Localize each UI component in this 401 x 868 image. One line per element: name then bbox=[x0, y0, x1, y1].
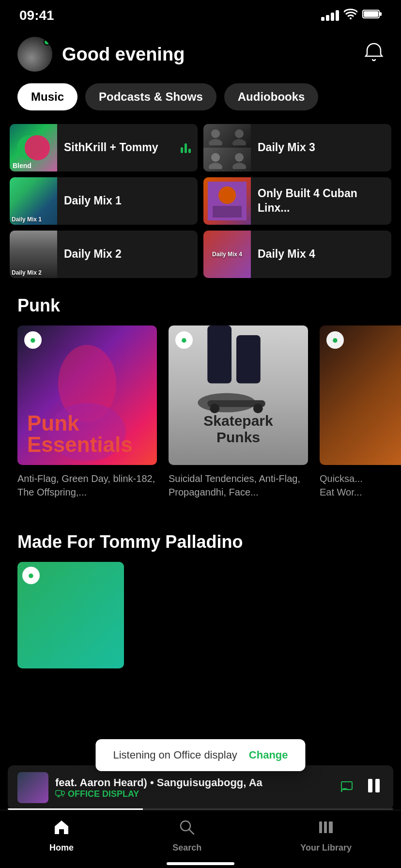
playlist-grid: Blend SithKrill + Tommy bbox=[10, 124, 391, 278]
svg-point-7 bbox=[211, 153, 220, 162]
nav-library-label: Your Library bbox=[300, 843, 352, 853]
now-playing-bar[interactable]: feat. Aaron Heard) • Sanguisugabogg, Aa … bbox=[8, 765, 393, 810]
thumb-dm2: Daily Mix 2 bbox=[10, 231, 57, 278]
signal-icon bbox=[321, 10, 339, 21]
tab-podcasts[interactable]: Podcasts & Shows bbox=[85, 83, 216, 110]
nav-search-label: Search bbox=[172, 843, 201, 853]
status-bar: 09:41 bbox=[0, 0, 401, 27]
tile-dm2[interactable]: Daily Mix 2 Daily Mix 2 bbox=[10, 231, 198, 278]
svg-point-5 bbox=[235, 129, 244, 138]
svg-point-9 bbox=[235, 153, 244, 162]
skatepark-title: SkateparkPunks bbox=[203, 413, 273, 446]
change-button[interactable]: Change bbox=[249, 749, 288, 761]
tile-dm2-name: Daily Mix 2 bbox=[57, 247, 198, 262]
thumb-dm3 bbox=[203, 124, 251, 171]
filter-tabs: Music Podcasts & Shows Audiobooks bbox=[0, 79, 401, 120]
pause-button[interactable] bbox=[364, 776, 384, 799]
svg-point-28 bbox=[341, 790, 342, 792]
made-for-title: Made For Tommy Palladino bbox=[0, 520, 401, 562]
header: Good evening bbox=[0, 27, 401, 79]
svg-rect-29 bbox=[368, 779, 372, 792]
tile-blend-name: SithKrill + Tommy bbox=[57, 140, 198, 155]
tile-dm1-name: Daily Mix 1 bbox=[57, 194, 198, 208]
made-for-thumb-1: ● bbox=[17, 562, 124, 668]
svg-rect-30 bbox=[375, 779, 380, 792]
card-third-punk[interactable]: ● Quicksa...Eat Wor... bbox=[320, 326, 401, 499]
svg-rect-33 bbox=[319, 822, 322, 833]
search-icon bbox=[178, 819, 196, 840]
blend-label: Blend bbox=[13, 162, 31, 170]
quick-access-grid: Blend SithKrill + Tommy bbox=[0, 120, 401, 284]
np-track-info: feat. Aaron Heard) • Sanguisugabogg, Aa … bbox=[55, 776, 334, 799]
spotify-logo-3: ● bbox=[326, 331, 344, 349]
thumb-blend: Blend bbox=[10, 124, 57, 171]
svg-point-4 bbox=[209, 139, 222, 145]
np-controls bbox=[341, 776, 384, 799]
toast-text: Listening on Office display bbox=[113, 749, 237, 761]
nav-search[interactable]: Search bbox=[172, 819, 201, 853]
listening-toast: Listening on Office display Change bbox=[95, 739, 305, 771]
tile-cuban[interactable]: Only Built 4 Cuban Linx... bbox=[203, 177, 391, 225]
made-for-section: Made For Tommy Palladino ● bbox=[0, 507, 401, 675]
home-indicator bbox=[167, 862, 234, 865]
thumb-cuban bbox=[203, 177, 251, 225]
svg-point-6 bbox=[232, 139, 246, 145]
nav-library[interactable]: Your Library bbox=[300, 819, 352, 853]
svg-point-21 bbox=[253, 403, 263, 413]
tab-music[interactable]: Music bbox=[17, 83, 77, 110]
svg-rect-35 bbox=[329, 822, 333, 833]
punk-section-title: Punk bbox=[0, 284, 401, 326]
greeting-text: Good evening bbox=[62, 44, 185, 65]
status-icons bbox=[321, 9, 382, 22]
tile-dm1[interactable]: Daily Mix 1 Daily Mix 1 bbox=[10, 177, 198, 225]
tile-dm3[interactable]: Daily Mix 3 bbox=[203, 124, 391, 171]
card-art-third: ● bbox=[320, 326, 401, 465]
tile-dm4-name: Daily Mix 4 bbox=[251, 247, 391, 262]
made-for-cards-row: ● bbox=[0, 562, 401, 675]
card-punk-essentials-desc: Anti-Flag, Green Day, blink-182, The Off… bbox=[17, 472, 157, 499]
library-icon bbox=[317, 819, 335, 840]
card-punk-essentials[interactable]: ● PunkEssentials Anti-Flag, Green Day, b… bbox=[17, 326, 157, 499]
tile-cuban-name: Only Built 4 Cuban Linx... bbox=[251, 186, 391, 216]
tile-dm3-name: Daily Mix 3 bbox=[251, 140, 391, 155]
avatar[interactable] bbox=[17, 37, 52, 72]
spotify-logo-mf1: ● bbox=[22, 567, 40, 584]
punk-section: Punk ● PunkEssentials bbox=[0, 284, 401, 507]
card-third-desc: Quicksa...Eat Wor... bbox=[320, 472, 401, 499]
cast-icon[interactable] bbox=[341, 779, 356, 796]
tile-dm4[interactable]: Daily Mix 4 Daily Mix 4 bbox=[203, 231, 391, 278]
notification-bell-icon[interactable] bbox=[364, 42, 384, 67]
card-art-skatepark: ● SkateparkPunks bbox=[169, 326, 308, 465]
tile-blend[interactable]: Blend SithKrill + Tommy bbox=[10, 124, 198, 171]
svg-point-8 bbox=[209, 163, 222, 169]
np-device-label: OFFICE DISPLAY bbox=[68, 789, 139, 799]
playing-indicator bbox=[181, 142, 191, 153]
tab-audiobooks[interactable]: Audiobooks bbox=[224, 83, 319, 110]
wifi-icon bbox=[344, 9, 357, 22]
punk-cards-row: ● PunkEssentials Anti-Flag, Green Day, b… bbox=[0, 326, 401, 507]
home-icon bbox=[53, 819, 70, 840]
nav-home[interactable]: Home bbox=[49, 819, 74, 853]
header-left: Good evening bbox=[17, 37, 185, 72]
svg-rect-16 bbox=[207, 326, 231, 383]
svg-point-3 bbox=[211, 129, 220, 138]
avatar-online-dot bbox=[44, 39, 50, 46]
made-for-card-1[interactable]: ● bbox=[17, 562, 124, 675]
svg-rect-17 bbox=[236, 335, 261, 384]
svg-rect-2 bbox=[364, 11, 378, 17]
bottom-nav: Home Search Your Library bbox=[0, 810, 401, 868]
np-device-name: OFFICE DISPLAY bbox=[55, 789, 334, 799]
svg-point-20 bbox=[210, 403, 219, 413]
svg-rect-1 bbox=[380, 12, 382, 16]
card-skatepark-punks[interactable]: ● SkateparkPunks Suicidal Tendencies, An… bbox=[169, 326, 308, 499]
card-art-punk-essentials: ● PunkEssentials bbox=[17, 326, 157, 465]
thumb-dm4: Daily Mix 4 bbox=[203, 231, 251, 278]
svg-rect-34 bbox=[324, 822, 327, 833]
svg-point-10 bbox=[232, 163, 246, 169]
thumb-dm1: Daily Mix 1 bbox=[10, 177, 57, 225]
svg-rect-13 bbox=[213, 206, 242, 217]
battery-icon bbox=[362, 9, 382, 22]
nav-home-label: Home bbox=[49, 843, 74, 853]
np-album-art bbox=[17, 772, 48, 803]
status-time: 09:41 bbox=[19, 8, 54, 23]
